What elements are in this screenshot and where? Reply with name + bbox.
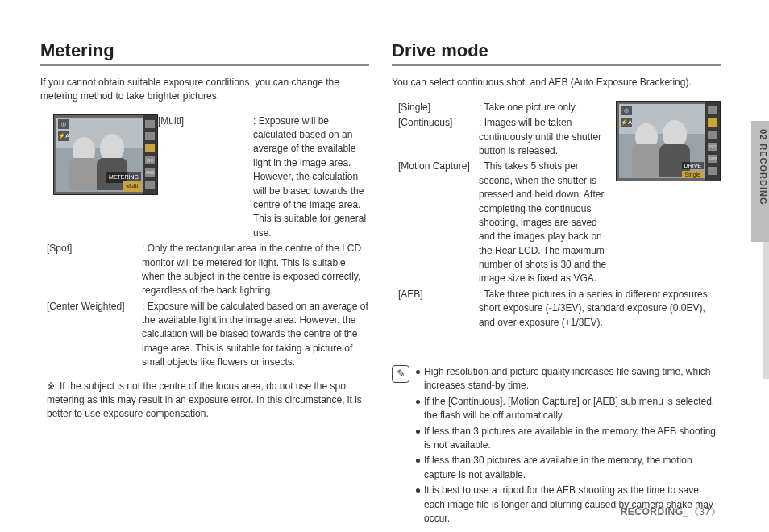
tip-item: If the [Continuous], [Motion Capture] or… <box>416 395 721 423</box>
desc: : Exposure will be calculated based on a… <box>142 300 369 370</box>
metering-note: ※If the subject is not the centre of the… <box>40 380 369 422</box>
note-text: If the subject is not the centre of the … <box>47 380 362 420</box>
def-spot: [Spot] : Only the rectangular area in th… <box>47 242 369 298</box>
def-single: [Single] : Take one picture only. <box>398 101 609 114</box>
term: [Multi] <box>158 114 253 241</box>
term: [Spot] <box>47 242 142 298</box>
def-center-weighted: [Center Weighted] : Exposure will be cal… <box>47 300 369 370</box>
side-icon: AWB <box>708 155 717 163</box>
camera-menu-title: DRIVE <box>682 162 704 169</box>
desc: : This takes 5 shots per second, when th… <box>479 160 609 286</box>
tips-block: ✎ High resolution and picture quality in… <box>392 365 721 527</box>
drive-heading: Drive mode <box>392 40 721 66</box>
metering-intro: If you cannot obtain suitable exposure c… <box>40 76 369 103</box>
term: [AEB] <box>398 288 479 330</box>
term: [Single] <box>398 101 479 114</box>
def-continuous: [Continuous] : Images will be taken cont… <box>398 116 609 158</box>
note-mark-icon: ※ <box>47 380 60 392</box>
side-strip <box>763 242 769 379</box>
side-icon <box>708 131 717 139</box>
side-icon <box>145 181 155 189</box>
page-footer: RECORDING_《37》 <box>621 505 721 519</box>
side-icon <box>708 167 717 175</box>
tip-item: High resolution and picture quality incr… <box>416 365 721 393</box>
camera-menu-value: Multi <box>123 181 141 191</box>
side-icon: ISO <box>708 143 717 151</box>
side-icon-highlight <box>145 144 155 152</box>
note-icon: ✎ <box>392 365 409 383</box>
def-aeb: [AEB] : Take three pictures in a series … <box>398 288 721 330</box>
camera-preview-drive: ◎⚡A ISO AWB DRIVE Single <box>616 101 721 181</box>
desc: : Exposure will be calculated based on a… <box>253 114 369 241</box>
drive-intro: You can select continuous shot, and AEB … <box>392 76 721 89</box>
drive-mode-section: Drive mode You can select continuous sho… <box>392 40 721 527</box>
term: [Motion Capture] <box>398 160 479 286</box>
camera-menu-value: Single <box>682 171 704 178</box>
camera-preview-metering: ◎⚡A ISO AWB METERING Multi <box>53 114 158 195</box>
side-icon <box>145 120 155 128</box>
flash-auto-icon: ⚡A <box>58 131 69 141</box>
camera-icon: ◎ <box>621 106 632 115</box>
camera-icon: ◎ <box>58 119 69 129</box>
def-multi: ◎⚡A ISO AWB METERING Multi [Multi] : Exp… <box>47 114 369 241</box>
desc: : Only the rectangular area in the centr… <box>142 242 369 298</box>
metering-section: Metering If you cannot obtain suitable e… <box>40 40 369 527</box>
side-icon <box>145 132 155 140</box>
metering-heading: Metering <box>40 40 369 66</box>
side-icon: ISO <box>145 156 155 164</box>
side-icon: AWB <box>145 168 155 177</box>
side-icon <box>708 106 717 114</box>
term: [Continuous] <box>398 116 479 158</box>
footer-page: 《37》 <box>689 506 721 517</box>
flash-auto-icon: ⚡A <box>621 118 632 127</box>
def-motion-capture: [Motion Capture] : This takes 5 shots pe… <box>398 160 609 286</box>
term: [Center Weighted] <box>47 300 142 370</box>
tip-item: If less than 3 pictures are available in… <box>416 425 721 453</box>
desc: : Take one picture only. <box>479 101 609 114</box>
side-icon-highlight <box>708 118 717 127</box>
desc: : Images will be taken continuously unti… <box>479 116 609 158</box>
tip-item: If less than 30 pictures are available i… <box>416 454 721 482</box>
section-tab-label: 02 RECORDING <box>759 129 768 206</box>
footer-section: RECORDING_ <box>621 506 689 517</box>
desc: : Take three pictures in a series in dif… <box>479 288 721 330</box>
